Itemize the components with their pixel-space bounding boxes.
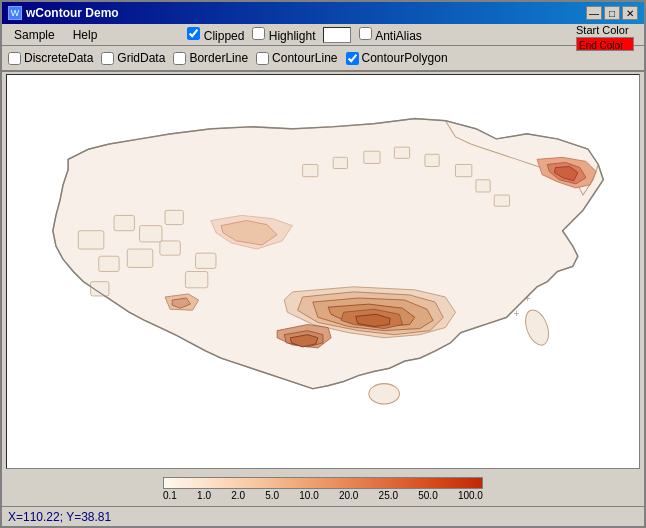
svg-rect-15 — [364, 151, 380, 163]
clipped-checkbox[interactable] — [187, 27, 200, 40]
menu-help[interactable]: Help — [65, 26, 106, 44]
svg-rect-9 — [160, 241, 180, 255]
svg-rect-8 — [127, 249, 152, 267]
window-title: wContour Demo — [26, 6, 119, 20]
map-area: + + — [6, 74, 640, 469]
contour-polygon-label[interactable]: ContourPolygon — [346, 51, 448, 65]
svg-rect-7 — [99, 256, 119, 271]
clipped-checkbox-label[interactable]: Clipped — [187, 27, 244, 43]
antialias-checkbox[interactable] — [359, 27, 372, 40]
status-bar: X=110.22; Y=38.81 — [2, 506, 644, 526]
contour-line-text: ContourLine — [272, 51, 337, 65]
highlight-value-input[interactable]: 0 — [323, 27, 351, 43]
end-color-label: End Color — [577, 40, 623, 51]
svg-rect-14 — [333, 157, 347, 168]
legend-val-4: 10.0 — [299, 490, 318, 501]
discrete-data-label[interactable]: DiscreteData — [8, 51, 93, 65]
highlight-checkbox[interactable] — [252, 27, 265, 40]
svg-rect-11 — [196, 253, 216, 268]
legend-val-1: 1.0 — [197, 490, 211, 501]
grid-data-label[interactable]: GridData — [101, 51, 165, 65]
close-button[interactable]: ✕ — [622, 6, 638, 20]
legend-val-3: 5.0 — [265, 490, 279, 501]
border-line-checkbox[interactable] — [173, 52, 186, 65]
svg-rect-17 — [425, 154, 439, 166]
border-line-text: BorderLine — [189, 51, 248, 65]
main-window: W wContour Demo — □ ✕ Sample Help Clippe… — [0, 0, 646, 528]
highlight-checkbox-label[interactable]: Highlight — [252, 27, 315, 43]
legend-bar-row — [163, 477, 483, 489]
legend-area: 0.1 1.0 2.0 5.0 10.0 20.0 25.0 50.0 100.… — [6, 471, 640, 506]
legend-val-6: 25.0 — [379, 490, 398, 501]
legend-labels-row: 0.1 1.0 2.0 5.0 10.0 20.0 25.0 50.0 100.… — [163, 490, 483, 501]
legend-val-0: 0.1 — [163, 490, 177, 501]
svg-rect-20 — [494, 195, 509, 206]
svg-point-2 — [369, 384, 400, 404]
title-bar: W wContour Demo — □ ✕ — [2, 2, 644, 24]
svg-rect-5 — [140, 226, 162, 242]
svg-rect-6 — [165, 210, 183, 224]
title-bar-left: W wContour Demo — [8, 6, 119, 20]
discrete-data-checkbox[interactable] — [8, 52, 21, 65]
menu-sample[interactable]: Sample — [6, 26, 63, 44]
svg-rect-16 — [394, 147, 409, 158]
svg-rect-13 — [303, 164, 318, 176]
start-color-label: Start Color — [576, 24, 629, 36]
map-svg: + + — [7, 75, 639, 468]
antialias-checkbox-label[interactable]: AntiAlias — [359, 27, 421, 43]
maximize-button[interactable]: □ — [604, 6, 620, 20]
grid-data-checkbox[interactable] — [101, 52, 114, 65]
contour-polygon-text: ContourPolygon — [362, 51, 448, 65]
antialias-label: AntiAlias — [375, 29, 422, 43]
legend-color-bar — [163, 477, 483, 489]
second-toolbar: DiscreteData GridData BorderLine Contour… — [2, 46, 644, 72]
contour-line-checkbox[interactable] — [256, 52, 269, 65]
status-text: X=110.22; Y=38.81 — [8, 510, 111, 524]
highlight-label: Highlight — [269, 29, 316, 43]
app-icon: W — [8, 6, 22, 20]
svg-rect-12 — [185, 272, 207, 288]
legend-val-5: 20.0 — [339, 490, 358, 501]
svg-rect-3 — [78, 231, 103, 249]
contour-line-label[interactable]: ContourLine — [256, 51, 337, 65]
contour-polygon-checkbox[interactable] — [346, 52, 359, 65]
title-buttons: — □ ✕ — [586, 6, 638, 20]
discrete-data-text: DiscreteData — [24, 51, 93, 65]
menu-bar: Sample Help Clipped Highlight 0 AntiAlia… — [2, 24, 644, 46]
legend-val-7: 50.0 — [418, 490, 437, 501]
color-panel: Start Color End Color — [576, 24, 634, 51]
svg-rect-18 — [456, 164, 472, 176]
minimize-button[interactable]: — — [586, 6, 602, 20]
svg-rect-4 — [114, 215, 134, 230]
border-line-label[interactable]: BorderLine — [173, 51, 248, 65]
svg-rect-19 — [476, 180, 490, 192]
clipped-label: Clipped — [204, 29, 245, 43]
grid-data-text: GridData — [117, 51, 165, 65]
end-color-swatch[interactable]: End Color — [576, 37, 634, 51]
legend-val-8: 100.0 — [458, 490, 483, 501]
legend-val-2: 2.0 — [231, 490, 245, 501]
